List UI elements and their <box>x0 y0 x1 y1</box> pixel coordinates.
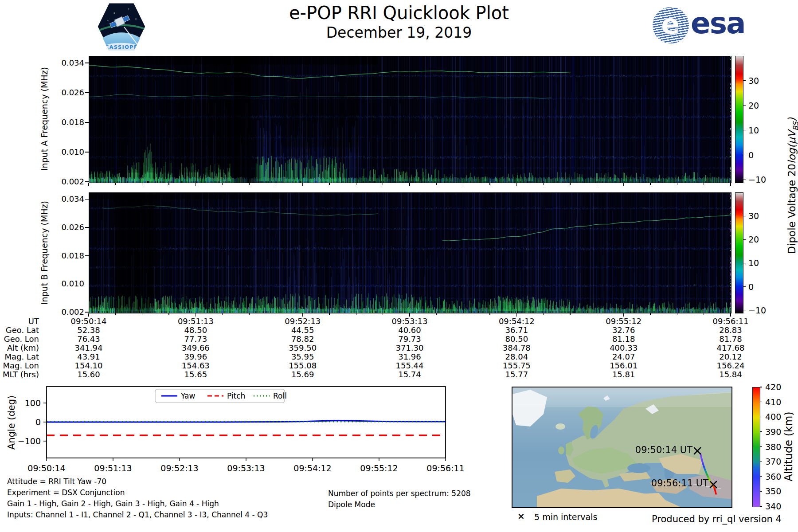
angle-xtick-label: 09:51:13 <box>94 463 132 473</box>
axis-tick <box>743 286 746 287</box>
colorbar-tick-label: −10 <box>748 305 766 315</box>
axis-tick <box>760 462 762 462</box>
axis-tick <box>743 80 746 81</box>
colorbar-tick-label: 10 <box>748 125 759 135</box>
altitude-tick-label: 390 <box>765 427 781 437</box>
ephemeris-value: 31.96 <box>379 352 441 361</box>
freq-tick-label: 0.002 <box>45 177 84 187</box>
ephemeris-value: 15.69 <box>272 370 334 379</box>
freq-tick-label: 0.010 <box>45 147 84 157</box>
ephemeris-value: 09:55:12 <box>593 317 655 326</box>
spectrogram-a-canvas <box>89 56 731 183</box>
legend-label: Pitch <box>227 391 245 400</box>
colorbar-tick-label: 30 <box>748 211 759 221</box>
freq-tick-label: 0.018 <box>45 117 84 127</box>
ephemeris-value: 09:51:13 <box>164 317 227 326</box>
axis-tick <box>743 105 746 106</box>
axis-tick <box>650 183 650 185</box>
axis-tick <box>85 227 89 227</box>
ephemeris-value: 09:53:13 <box>379 317 441 326</box>
note-points-per-spectrum: Number of points per spectrum: 5208 <box>328 489 471 498</box>
axis-tick <box>115 313 116 315</box>
map-start-time-label: 09:50:14 UT <box>622 445 692 455</box>
ephemeris-value: 15.81 <box>593 370 655 379</box>
axis-tick <box>436 313 437 315</box>
ephemeris-value: 77.73 <box>164 335 227 344</box>
esa-wordmark: esa <box>691 9 745 38</box>
axis-tick <box>356 313 356 315</box>
axis-tick <box>329 183 329 185</box>
spectrogram-b-canvas <box>89 193 731 313</box>
ephemeris-value: 76.43 <box>58 335 120 344</box>
note-gains: Gain 1 - High, Gain 2 - High, Gain 3 - H… <box>7 499 219 508</box>
axis-tick <box>196 183 196 186</box>
axis-tick <box>543 313 544 315</box>
esa-logo: e esa <box>653 7 745 43</box>
ephemeris-value: 80.50 <box>485 335 548 344</box>
axis-tick <box>570 183 570 185</box>
axis-tick <box>760 446 762 447</box>
ephemeris-value: 371.30 <box>379 344 441 352</box>
interval-marker-icon: × <box>517 511 525 521</box>
ephemeris-row-label: Geo. Lat <box>0 326 39 335</box>
altitude-tick-label: 370 <box>765 457 781 466</box>
axis-tick <box>730 183 731 186</box>
colorbar-tick-label: 10 <box>748 258 759 268</box>
angle-ytick-label: 0 <box>35 417 41 427</box>
angle-xtick-label: 09:56:11 <box>426 463 464 473</box>
axis-tick <box>168 313 169 315</box>
axis-tick <box>650 313 650 315</box>
axis-tick <box>85 181 89 182</box>
spectrogram-b-colorbar <box>735 192 743 313</box>
ephemeris-value: 09:56:11 <box>700 317 762 326</box>
ephemeris-value: 09:54:12 <box>485 317 548 326</box>
page-subtitle: December 19, 2019 <box>133 24 665 41</box>
axis-tick <box>623 313 624 317</box>
ephemeris-value: 15.74 <box>379 370 441 379</box>
axis-tick <box>489 313 490 315</box>
ephemeris-row-label: Mag. Lat <box>0 352 39 361</box>
ephemeris-value: 40.60 <box>379 326 441 335</box>
axis-tick <box>730 313 731 317</box>
freq-tick-label: 0.026 <box>45 223 84 232</box>
colorbar-tick-label: 20 <box>748 235 759 244</box>
ephemeris-value: 359.50 <box>272 344 334 352</box>
ephemeris-value: 15.60 <box>58 370 120 379</box>
axis-tick <box>142 313 142 315</box>
axis-tick <box>276 183 276 185</box>
ephemeris-value: 39.96 <box>164 352 227 361</box>
ephemeris-value: 81.18 <box>593 335 655 344</box>
spectrogram-b-panel <box>89 192 732 313</box>
axis-tick <box>760 417 762 417</box>
ephemeris-value: 349.66 <box>164 344 227 352</box>
angle-plot: 1000−10009:50:1409:51:1309:52:1309:53:13… <box>0 381 470 478</box>
axis-tick <box>115 183 116 185</box>
angle-xtick-label: 09:50:14 <box>27 463 65 473</box>
axis-tick <box>570 313 570 315</box>
axis-tick <box>743 180 746 180</box>
ephemeris-value: 24.07 <box>593 352 655 361</box>
legend-label: Yaw <box>180 391 195 400</box>
freq-tick-label: 0.010 <box>45 279 84 289</box>
note-experiment: Experiment = DSX Conjunction <box>7 488 125 497</box>
spectrogram-b-colorbar-canvas <box>735 193 743 313</box>
altitude-tick-label: 410 <box>765 397 781 407</box>
angle-ytick-label: 100 <box>25 398 41 408</box>
axis-tick <box>409 183 410 186</box>
axis-tick <box>760 506 762 506</box>
axis-tick <box>743 155 746 155</box>
ephemeris-value: 155.75 <box>485 361 548 370</box>
ephemeris-row-label: Alt (km) <box>0 344 39 352</box>
page-title: e-POP RRI Quicklook Plot <box>133 3 665 23</box>
altitude-tick-label: 350 <box>765 486 781 496</box>
angle-xtick-label: 09:54:12 <box>293 463 331 473</box>
ephemeris-value: 15.65 <box>164 370 227 379</box>
ephemeris-value: 417.68 <box>700 344 762 352</box>
axis-tick <box>516 183 517 186</box>
ephemeris-value: 155.44 <box>379 361 441 370</box>
altitude-colorbar <box>752 387 760 507</box>
colorbar-tick-label: 0 <box>748 150 754 160</box>
axis-tick <box>704 313 704 315</box>
ephemeris-row-label: MLT (hrs) <box>0 370 39 379</box>
axis-tick <box>760 402 762 402</box>
